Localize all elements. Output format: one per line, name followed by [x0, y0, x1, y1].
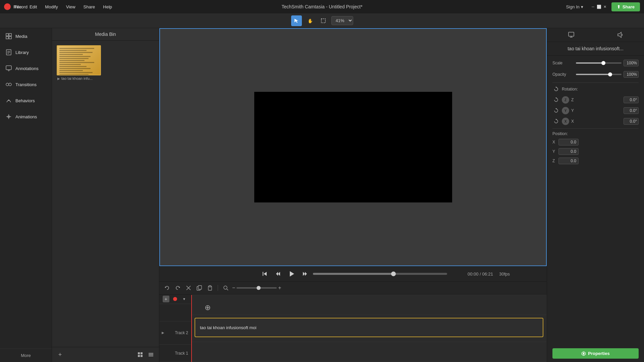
zoom-plus-button[interactable]: + — [278, 285, 281, 291]
playback-scrubber[interactable] — [313, 273, 447, 275]
svg-point-50 — [583, 353, 585, 354]
opacity-value[interactable]: 100% — [624, 71, 639, 78]
position-x-value[interactable]: 0.0 — [558, 139, 579, 145]
svg-marker-30 — [305, 272, 307, 276]
svg-rect-4 — [6, 37, 8, 39]
svg-rect-21 — [141, 355, 143, 357]
svg-rect-2 — [6, 34, 8, 36]
rotation-x-reset-icon[interactable] — [552, 118, 560, 125]
zoom-minus-button[interactable]: − — [232, 285, 235, 291]
menu-modify[interactable]: Modify — [42, 3, 61, 11]
rotation-y-toggle[interactable]: Y — [562, 107, 569, 114]
rotation-z-reset-icon[interactable] — [552, 96, 560, 104]
go-to-start-button[interactable] — [259, 268, 270, 279]
position-z-row: Z 0.0 — [552, 158, 639, 164]
rotation-z-row: Rotation: — [552, 85, 639, 93]
step-back-button[interactable] — [273, 268, 283, 279]
collapse-tracks-button[interactable]: ▾ — [181, 296, 187, 302]
cut-button[interactable] — [184, 284, 193, 292]
zoom-fit-button[interactable] — [221, 284, 230, 292]
menu-edit[interactable]: Edit — [26, 3, 40, 11]
animation-icon — [5, 113, 12, 120]
media-item[interactable]: ▶ tao tai khoan infu... — [55, 44, 102, 82]
sidebar-item-transitions[interactable]: Transitions — [0, 76, 52, 93]
paste-button[interactable] — [206, 284, 214, 292]
opacity-row: Opacity 100% — [552, 71, 639, 78]
timeline-clip[interactable]: tao tai khoan infusionsoft moi — [195, 318, 543, 337]
zoom-dropdown[interactable]: 41% — [331, 16, 353, 25]
record-button[interactable]: Record — [4, 3, 28, 10]
sidebar-item-animations[interactable]: Animations — [0, 109, 52, 125]
visual-props-tab[interactable] — [547, 28, 596, 42]
track-1-row — [191, 342, 547, 362]
annotation-icon — [5, 65, 12, 72]
list-view-button[interactable] — [146, 350, 156, 359]
svg-marker-27 — [276, 272, 278, 276]
rotation-y-reset-icon[interactable] — [552, 107, 560, 114]
sidebar-behaviors-label: Behaviors — [15, 98, 35, 103]
rotation-y-value[interactable]: 0.0° — [624, 107, 639, 114]
opacity-slider-thumb[interactable] — [608, 72, 612, 76]
more-label: More — [21, 353, 31, 358]
rotation-x-toggle[interactable]: X — [562, 118, 569, 125]
sidebar-item-media[interactable]: Media — [0, 28, 52, 44]
step-forward-button[interactable] — [300, 268, 310, 279]
svg-marker-29 — [290, 271, 294, 277]
crop-tool-button[interactable] — [318, 15, 329, 26]
position-z-value[interactable]: 0.0 — [558, 158, 579, 164]
share-label: Share — [623, 4, 635, 9]
rotation-z-value[interactable]: 0.0° — [624, 97, 639, 103]
scale-slider-thumb[interactable] — [601, 61, 605, 65]
media-bin-header: Media Bin — [52, 28, 159, 41]
scale-value[interactable]: 100% — [624, 60, 639, 66]
rotation-z-toggle[interactable]: Z — [562, 96, 569, 104]
copy-button[interactable] — [195, 284, 204, 292]
sign-in-button[interactable]: Sign In ▾ — [562, 3, 586, 11]
track-1-label: Track 1 — [175, 351, 188, 356]
svg-rect-10 — [6, 66, 11, 70]
audio-props-tab[interactable] — [596, 28, 644, 42]
menu-view[interactable]: View — [63, 3, 79, 11]
sidebar-item-library[interactable]: Library — [0, 44, 52, 60]
track-collapse-button[interactable]: ▶ — [161, 330, 165, 335]
rotation-section: Rotation: Z Z 0.0° Y Y 0.0° — [552, 85, 639, 125]
sidebar-item-annotations[interactable]: Annotations — [0, 60, 52, 76]
sidebar-transitions-label: Transitions — [15, 82, 37, 87]
rotation-heading: Rotation: — [562, 87, 639, 92]
undo-button[interactable] — [163, 284, 171, 292]
rotation-y-label: Y — [571, 108, 574, 113]
menu-share[interactable]: Share — [80, 3, 99, 11]
position-y-value[interactable]: 0.0 — [558, 148, 579, 155]
properties-btn-label: Properties — [588, 351, 609, 356]
menu-bar: Record File Edit Modify View Share Help — [4, 3, 115, 11]
opacity-slider[interactable] — [576, 74, 622, 75]
more-button[interactable]: More — [0, 349, 52, 362]
zoom-slider[interactable] — [236, 287, 277, 289]
rotation-x-value[interactable]: 0.0° — [624, 118, 639, 125]
pan-tool-button[interactable]: ✋ — [305, 15, 315, 26]
tracks-container: ⊕ tao tai khoan infusionsoft moi — [191, 295, 547, 362]
zoom-slider-thumb[interactable] — [257, 286, 261, 290]
grid-view-button[interactable] — [136, 350, 145, 359]
properties-button[interactable]: Properties — [552, 348, 639, 359]
media-bin-footer: + — [52, 347, 159, 362]
menu-help[interactable]: Help — [100, 3, 115, 11]
record-label: Record — [13, 4, 28, 9]
scale-slider[interactable] — [576, 62, 622, 64]
redo-button[interactable] — [173, 284, 182, 292]
svg-rect-37 — [198, 286, 202, 289]
add-media-button[interactable]: + — [55, 350, 65, 359]
sidebar-item-behaviors[interactable]: Behaviors — [0, 93, 52, 109]
properties-content: Scale 100% Opacity 100% — [547, 56, 644, 345]
select-tool-button[interactable] — [291, 15, 302, 26]
share-button[interactable]: ⬆ Share — [611, 2, 640, 11]
add-track-button[interactable]: + — [163, 296, 169, 302]
scrubber-thumb[interactable] — [391, 272, 396, 276]
rotation-y-axis-row: Y Y 0.0° — [552, 107, 639, 114]
close-button[interactable]: ✕ — [603, 4, 607, 9]
track-row-empty: ⊕ — [191, 295, 547, 315]
minimize-button[interactable]: ─ — [591, 4, 595, 9]
pos-x-label: X — [552, 140, 556, 144]
maximize-button[interactable]: ⬜ — [597, 4, 601, 9]
play-pause-button[interactable] — [286, 268, 297, 279]
